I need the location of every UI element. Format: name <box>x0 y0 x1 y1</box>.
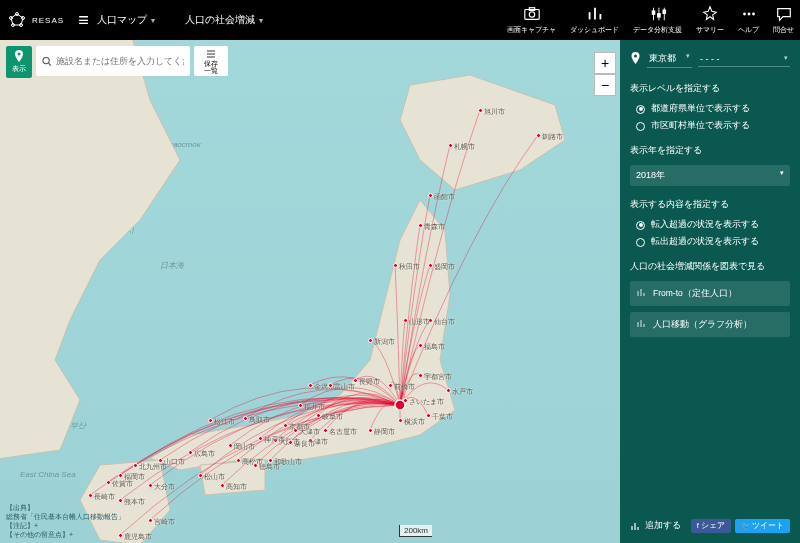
city-select[interactable]: - - - - <box>698 52 790 67</box>
toolbar-chat[interactable]: 問合せ <box>773 5 794 35</box>
chevron-down-icon: ▾ <box>259 16 263 25</box>
svg-point-19 <box>752 13 755 16</box>
nav1-label: 人口マップ <box>97 13 147 27</box>
city-label: 新潟市 <box>374 337 395 347</box>
city-label: 青森市 <box>424 222 445 232</box>
city-dot[interactable] <box>88 493 93 498</box>
map-label: East China Sea <box>20 470 76 479</box>
save-list-button[interactable]: 保存 一覧 <box>194 46 228 76</box>
city-dot[interactable] <box>368 428 373 433</box>
city-label: 長野市 <box>359 377 380 387</box>
city-dot[interactable] <box>393 263 398 268</box>
level-radio-1[interactable]: 市区町村単位で表示する <box>636 120 790 132</box>
city-dot[interactable] <box>428 193 433 198</box>
city-dot[interactable] <box>403 398 408 403</box>
city-dot[interactable] <box>446 388 451 393</box>
twitter-share[interactable]: 🐦 ツイート <box>735 519 790 533</box>
chart-button-1[interactable]: 人口移動（グラフ分析） <box>630 312 790 337</box>
city-dot[interactable] <box>283 423 288 428</box>
nav-dropdown-1[interactable]: 人口マップ ▾ <box>97 13 155 27</box>
city-dot[interactable] <box>133 463 138 468</box>
city-dot[interactable] <box>228 443 233 448</box>
camera-icon <box>522 5 542 23</box>
city-dot[interactable] <box>308 383 313 388</box>
city-dot[interactable] <box>198 473 203 478</box>
city-dot[interactable] <box>208 418 213 423</box>
facebook-share[interactable]: f シェア <box>691 519 731 533</box>
map-canvas[interactable]: 札幌市旭川市釧路市函館市青森市秋田市盛岡市仙台市山形市福島市新潟市長野市宇都宮市… <box>0 40 620 543</box>
toolbar-spark[interactable]: サマリー <box>696 5 724 35</box>
city-dot[interactable] <box>148 483 153 488</box>
svg-rect-14 <box>657 13 661 18</box>
city-dot[interactable] <box>106 480 111 485</box>
city-label: 千葉市 <box>432 412 453 422</box>
city-label: 福井市 <box>304 402 325 412</box>
city-dot[interactable] <box>426 413 431 418</box>
city-dot[interactable] <box>536 133 541 138</box>
toolbar-camera[interactable]: 画面キャプチャ <box>507 5 556 35</box>
city-label: 奈良市 <box>294 439 315 449</box>
map-label: 평양시 <box>30 300 54 311</box>
city-dot[interactable] <box>298 403 303 408</box>
pin-icon <box>13 50 25 64</box>
zoom-control: + − <box>594 52 616 96</box>
city-dot[interactable] <box>118 473 123 478</box>
chart-button-0[interactable]: From-to（定住人口） <box>630 281 790 306</box>
city-dot[interactable] <box>253 463 258 468</box>
button-label: 人口移動（グラフ分析） <box>653 319 752 331</box>
pref-select[interactable]: 東京都 <box>647 50 692 68</box>
zoom-out-button[interactable]: − <box>594 74 616 96</box>
city-dot[interactable] <box>418 223 423 228</box>
chevron-down-icon: ▾ <box>151 16 155 25</box>
logo[interactable]: RESAS <box>6 9 64 31</box>
city-dot[interactable] <box>323 428 328 433</box>
city-dot[interactable] <box>148 518 153 523</box>
city-label: 北九州市 <box>139 462 167 472</box>
city-dot[interactable] <box>328 383 333 388</box>
city-dot[interactable] <box>258 436 263 441</box>
city-dot[interactable] <box>428 263 433 268</box>
nav2-label: 人口の社会増減 <box>185 13 255 27</box>
city-dot[interactable] <box>398 418 403 423</box>
city-label: 釧路市 <box>542 132 563 142</box>
city-dot[interactable] <box>188 450 193 455</box>
nav-dropdown-2[interactable]: 人口の社会増減 ▾ <box>185 13 263 27</box>
scale-bar: 200km <box>399 525 432 537</box>
city-label: 神戸市 <box>264 435 285 445</box>
city-dot[interactable] <box>448 143 453 148</box>
city-dot[interactable] <box>418 343 423 348</box>
level-radio-0[interactable]: 都道府県単位で表示する <box>636 103 790 115</box>
city-dot[interactable] <box>418 373 423 378</box>
city-label: 富山市 <box>334 382 355 392</box>
search-input[interactable] <box>56 56 184 66</box>
map-label: 청진시 <box>110 225 134 236</box>
toolbar-candles[interactable]: データ分析支援 <box>633 5 682 35</box>
toolbar-bar[interactable]: ダッシュボード <box>570 5 619 35</box>
zoom-in-button[interactable]: + <box>594 52 616 74</box>
chart-icon <box>636 287 647 300</box>
city-dot[interactable] <box>220 483 225 488</box>
svg-line-22 <box>48 63 51 66</box>
logo-icon <box>6 9 28 31</box>
toolbar-dots[interactable]: ヘルプ <box>738 5 759 35</box>
city-label: 岡山市 <box>234 442 255 452</box>
chart-icon <box>630 521 641 532</box>
content-radio-1[interactable]: 転出超過の状況を表示する <box>636 236 790 248</box>
add-button[interactable]: 追加する <box>630 520 681 532</box>
city-dot[interactable] <box>368 338 373 343</box>
city-dot[interactable] <box>236 458 241 463</box>
city-dot[interactable] <box>403 318 408 323</box>
city-dot[interactable] <box>316 413 321 418</box>
pin-label: 表示 <box>12 64 26 74</box>
display-pin-button[interactable]: 表示 <box>6 46 32 78</box>
city-dot[interactable] <box>388 383 393 388</box>
city-label: 大分市 <box>154 482 175 492</box>
search-box[interactable] <box>36 46 190 76</box>
city-dot[interactable] <box>288 440 293 445</box>
city-dot[interactable] <box>243 416 248 421</box>
menu-icon[interactable]: ≡ <box>78 10 89 31</box>
year-select[interactable]: 2018年 <box>630 165 790 186</box>
content-radio-0[interactable]: 転入超過の状況を表示する <box>636 219 790 231</box>
city-label: 函館市 <box>434 192 455 202</box>
city-dot[interactable] <box>478 108 483 113</box>
